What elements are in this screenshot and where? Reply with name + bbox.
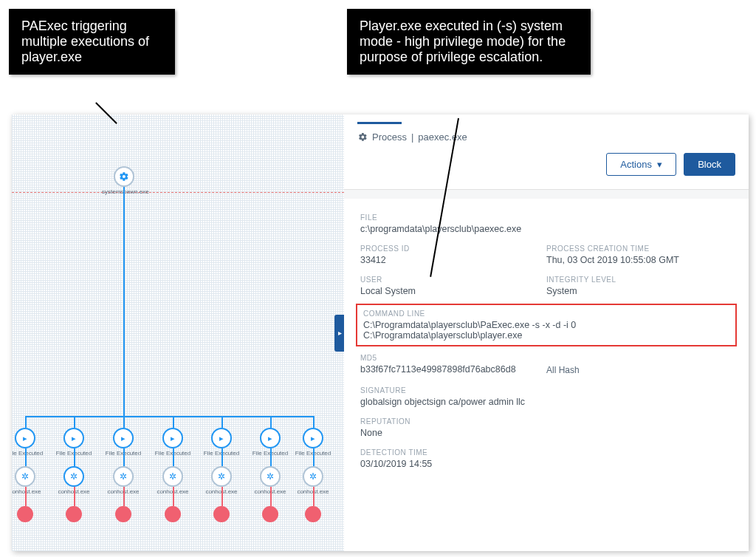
integrity-label: INTEGRITY LEVEL xyxy=(546,276,732,284)
graph-gear-node-selected[interactable]: ✲ xyxy=(63,466,84,487)
rep-value: None xyxy=(360,428,732,438)
creation-value: Thu, 03 Oct 2019 10:55:08 GMT xyxy=(546,255,732,265)
graph-child-node[interactable]: ▸ xyxy=(15,428,35,448)
graph-gear-node[interactable]: ✲ xyxy=(260,466,281,487)
graph-gear-node[interactable]: ✲ xyxy=(15,466,35,487)
detect-label: DETECTION TIME xyxy=(360,448,732,457)
graph-child-node[interactable]: ▸ xyxy=(260,428,281,448)
graph-gear-node[interactable]: ✲ xyxy=(113,466,134,487)
md5-value: b33f67fc7113e49987898fd76abc86d8 xyxy=(360,364,546,375)
process-title: Process | paexec.exe xyxy=(357,131,735,143)
graph-alert-node[interactable] xyxy=(17,506,33,522)
cmd-label: COMMAND LINE xyxy=(363,310,729,318)
graph-alert-node[interactable] xyxy=(213,506,230,522)
graph-alert-node[interactable] xyxy=(262,506,278,522)
creation-label: PROCESS CREATION TIME xyxy=(546,245,732,253)
process-detail-panel: Process | paexec.exe Actions ▾ Block FIL… xyxy=(344,115,749,551)
detail-body: FILE c:\programdata\playersclub\paexec.e… xyxy=(344,199,749,551)
graph-gear-node[interactable]: ✲ xyxy=(162,466,183,487)
graph-child-node[interactable]: ▸ xyxy=(113,428,134,448)
graph-gear-node[interactable]: ✲ xyxy=(303,466,323,487)
pid-value: 33412 xyxy=(360,255,546,265)
actions-button[interactable]: Actions ▾ xyxy=(606,153,676,176)
annotation-left: PAExec triggering multiple executions of… xyxy=(9,9,175,75)
block-button[interactable]: Block xyxy=(684,153,735,176)
graph-child-node[interactable]: ▸ xyxy=(162,428,183,448)
app-container: systemspawn.exe ▸ ▸ ▸ ▸ ▸ ▸ ▸ File Execu… xyxy=(12,115,749,551)
gear-icon xyxy=(357,132,368,143)
graph-alert-node[interactable] xyxy=(115,506,131,522)
graph-child-node[interactable]: ▸ xyxy=(303,428,323,448)
annotation-right: Player.exe executed in (-s) system mode … xyxy=(347,9,591,75)
file-label: FILE xyxy=(360,213,732,222)
graph-alert-node[interactable] xyxy=(165,506,181,522)
integrity-value: System xyxy=(546,286,732,296)
graph-child-node[interactable]: ▸ xyxy=(211,428,232,448)
sig-label: SIGNATURE xyxy=(360,386,732,394)
detail-header: Process | paexec.exe Actions ▾ Block xyxy=(344,115,749,190)
all-hash-link[interactable]: All Hash xyxy=(546,365,580,375)
process-graph-panel[interactable]: systemspawn.exe ▸ ▸ ▸ ▸ ▸ ▸ ▸ File Execu… xyxy=(12,115,344,551)
panel-collapse-tab[interactable]: ▸ xyxy=(334,315,344,352)
active-tab-indicator xyxy=(357,122,402,124)
file-value: c:\programdata\playersclub\paexec.exe xyxy=(360,224,732,234)
graph-alert-node[interactable] xyxy=(66,506,82,522)
detect-value: 03/10/2019 14:55 xyxy=(360,459,732,469)
graph-gear-node[interactable]: ✲ xyxy=(211,466,232,487)
graph-alert-node[interactable] xyxy=(305,506,321,522)
rep-label: REPUTATION xyxy=(360,417,732,426)
pid-label: PROCESS ID xyxy=(360,245,546,253)
sig-value: globalsign objectsign ca/power admin llc xyxy=(360,397,732,407)
user-value: Local System xyxy=(360,286,546,296)
cmd-value: C:\Programdata\playersclub\PaExec.exe -s… xyxy=(363,320,644,341)
graph-root-node[interactable] xyxy=(114,166,134,187)
user-label: USER xyxy=(360,276,546,284)
graph-child-node[interactable]: ▸ xyxy=(63,428,84,448)
md5-label: MD5 xyxy=(360,354,546,362)
command-line-box: COMMAND LINE C:\Programdata\playersclub\… xyxy=(356,304,737,346)
